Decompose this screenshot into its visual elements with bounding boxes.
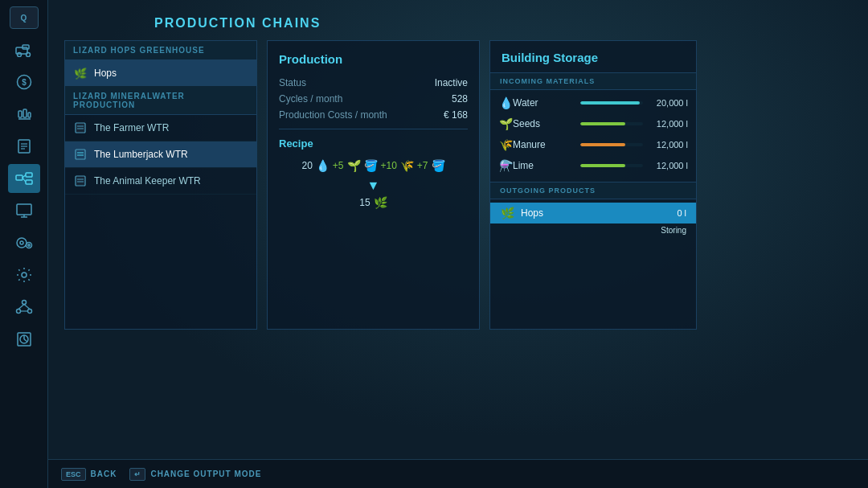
sidebar-item-network[interactable] — [8, 164, 40, 193]
svg-text:$: $ — [22, 78, 27, 87]
outgoing-hops-amount: 0 l — [677, 208, 686, 218]
recipe-arrow: ▼ — [279, 178, 468, 193]
water-bar — [580, 101, 640, 105]
svg-line-31 — [24, 305, 30, 310]
chain-item-lumberjack[interactable]: The Lumberjack WTR — [65, 141, 256, 168]
lime-bar-track — [580, 164, 643, 167]
incoming-header: INCOMING MATERIALS — [490, 72, 696, 90]
animal-keeper-icon — [73, 174, 88, 188]
sidebar-item-vehicle[interactable] — [8, 35, 40, 64]
costs-row: Production Costs / month € 168 — [279, 109, 468, 121]
cycles-row: Cycles / month 528 — [279, 93, 468, 105]
lime-bar — [580, 164, 625, 167]
svg-rect-40 — [76, 150, 85, 159]
outgoing-hops-row: 🌿 Hops 0 l — [490, 203, 696, 223]
panels-container: LIZARD HOPS GREENHOUSE 🌿 Hops LIZARD MIN… — [64, 40, 852, 330]
outgoing-header: OUTGOING PRODUCTS — [490, 182, 696, 199]
cycles-value: 528 — [452, 93, 468, 105]
sidebar-item-money[interactable]: $ — [8, 68, 40, 96]
lumberjack-icon — [73, 147, 88, 162]
svg-rect-7 — [23, 109, 27, 117]
seeds-bar — [580, 122, 625, 125]
outgoing-hops-name: Hops — [521, 207, 670, 219]
sidebar-q-key[interactable]: Q — [10, 6, 39, 29]
change-output-button[interactable]: ↵ CHANGE OUTPUT MODE — [129, 468, 261, 481]
output-amount: 15 — [359, 197, 370, 208]
svg-point-27 — [22, 301, 26, 305]
ingredient-water-amount: 20 — [301, 160, 312, 171]
svg-rect-14 — [16, 175, 23, 180]
sidebar: Q $ — [0, 0, 48, 488]
storage-panel: Building Storage INCOMING MATERIALS 💧 Wa… — [489, 40, 697, 330]
manure-bar — [580, 143, 625, 146]
seeds-storage-icon: 🌱 — [498, 117, 513, 130]
seeds-bar-track — [580, 122, 643, 125]
sidebar-item-nodes[interactable] — [8, 293, 40, 322]
esc-key: ESC — [61, 468, 86, 481]
manure-storage-icon: 🌾 — [498, 138, 513, 151]
chain-item-farmer[interactable]: The Farmer WTR — [65, 115, 256, 141]
svg-line-30 — [18, 305, 24, 310]
farmer-icon — [73, 121, 88, 135]
svg-rect-15 — [26, 173, 32, 177]
production-panel: Production Status Inactive Cycles / mont… — [267, 40, 480, 330]
water-amount: 20,000 l — [648, 98, 688, 108]
sidebar-item-monitor[interactable] — [8, 196, 40, 225]
sidebar-item-settings[interactable] — [8, 260, 40, 289]
building-storage-title: Building Storage — [490, 41, 696, 72]
svg-point-28 — [16, 310, 20, 314]
lime-icon: 🪣 — [432, 159, 445, 172]
grain-icon-box: 🪣 — [364, 159, 378, 172]
sidebar-item-chart[interactable] — [8, 325, 40, 354]
svg-point-29 — [27, 310, 31, 314]
bottom-bar: ESC BACK ↵ CHANGE OUTPUT MODE — [48, 459, 868, 488]
manure-name: Manure — [513, 139, 575, 150]
chain-item-animal-keeper[interactable]: The Animal Keeper WTR — [65, 168, 256, 195]
svg-point-2 — [17, 53, 21, 57]
manure-bar-track — [580, 143, 643, 146]
sidebar-item-book[interactable] — [8, 132, 40, 161]
svg-point-3 — [26, 53, 30, 57]
water-icon: 💧 — [316, 159, 330, 172]
incoming-section: INCOMING MATERIALS 💧 Water 20,000 l 🌱 Se… — [490, 72, 696, 182]
svg-rect-16 — [26, 180, 32, 184]
back-label: BACK — [91, 470, 117, 478]
esc-back-button[interactable]: ESC BACK — [61, 468, 117, 481]
svg-rect-6 — [18, 111, 22, 117]
sidebar-item-tools[interactable] — [8, 100, 40, 129]
storing-label: Storing — [490, 223, 696, 237]
plus-3: +7 — [417, 160, 428, 171]
costs-label: Production Costs / month — [279, 109, 387, 121]
svg-rect-8 — [28, 113, 31, 117]
svg-point-22 — [17, 238, 27, 248]
chain-item-hops[interactable]: 🌿 Hops — [65, 60, 256, 87]
storage-manure-row: 🌾 Manure 12,000 l — [490, 135, 696, 154]
production-title: Production — [279, 52, 468, 66]
svg-point-24 — [26, 243, 31, 248]
manure-amount: 12,000 l — [648, 140, 688, 150]
chains-panel: LIZARD HOPS GREENHOUSE 🌿 Hops LIZARD MIN… — [64, 40, 257, 330]
outgoing-hops-icon: 🌿 — [500, 207, 514, 219]
svg-rect-19 — [17, 204, 31, 215]
cycles-label: Cycles / month — [279, 93, 342, 105]
svg-point-26 — [22, 273, 27, 277]
lime-name: Lime — [513, 160, 575, 171]
water-bar-track — [580, 101, 643, 105]
chain-section-mineral: LIZARD MINERALWATER PRODUCTION — [65, 87, 256, 115]
water-storage-icon: 💧 — [498, 96, 513, 109]
change-output-label: CHANGE OUTPUT MODE — [150, 470, 261, 478]
sidebar-item-gear-tractor[interactable] — [8, 228, 40, 257]
svg-line-18 — [23, 178, 26, 182]
svg-point-25 — [27, 244, 29, 246]
output-hops-icon: 🌿 — [374, 196, 387, 209]
outgoing-section: OUTGOING PRODUCTS 🌿 Hops 0 l Storing — [490, 182, 696, 242]
seed-icon: 🌱 — [347, 159, 361, 172]
panel-title: PRODUCTION CHAINS — [154, 16, 852, 31]
lime-amount: 12,000 l — [648, 161, 688, 170]
chain-section-hops: LIZARD HOPS GREENHOUSE — [65, 41, 256, 60]
costs-value: € 168 — [444, 109, 468, 121]
svg-line-36 — [24, 339, 27, 342]
svg-point-23 — [20, 241, 23, 244]
storage-seeds-row: 🌱 Seeds 12,000 l — [490, 114, 696, 133]
manure-icon: 🌾 — [400, 159, 414, 172]
